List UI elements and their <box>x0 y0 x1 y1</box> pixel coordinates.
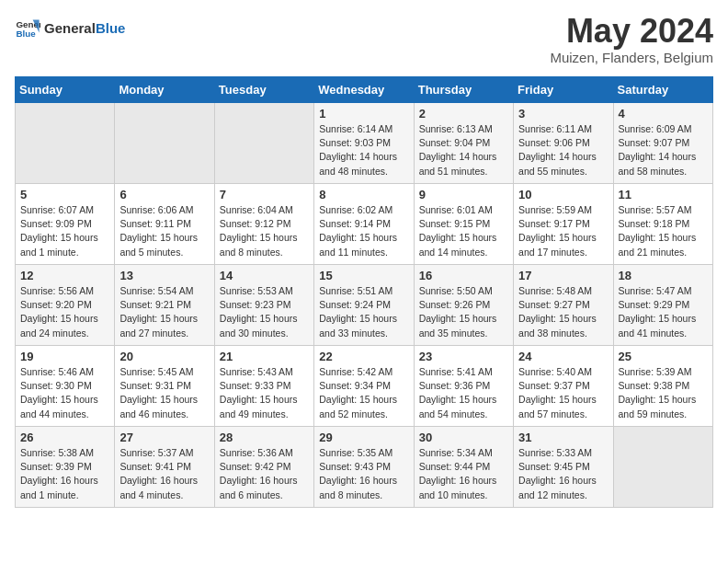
day-number: 7 <box>220 188 309 201</box>
day-number: 31 <box>518 431 608 444</box>
day-number: 21 <box>220 350 309 363</box>
calendar-cell: 29Sunrise: 5:35 AM Sunset: 9:43 PM Dayli… <box>314 427 414 508</box>
day-number: 11 <box>619 188 708 201</box>
calendar-cell: 5Sunrise: 6:07 AM Sunset: 9:09 PM Daylig… <box>16 184 115 265</box>
title-block: May 2024 Muizen, Flanders, Belgium <box>550 15 713 65</box>
day-number: 19 <box>20 350 109 363</box>
day-info: Sunrise: 6:13 AM Sunset: 9:04 PM Dayligh… <box>419 122 508 178</box>
calendar-cell: 2Sunrise: 6:13 AM Sunset: 9:04 PM Daylig… <box>414 103 513 184</box>
calendar-cell <box>214 103 313 184</box>
day-info: Sunrise: 6:06 AM Sunset: 9:11 PM Dayligh… <box>119 203 209 259</box>
day-info: Sunrise: 6:02 AM Sunset: 9:14 PM Dayligh… <box>319 203 408 259</box>
day-info: Sunrise: 6:11 AM Sunset: 9:06 PM Dayligh… <box>518 122 608 178</box>
calendar-cell: 21Sunrise: 5:43 AM Sunset: 9:33 PM Dayli… <box>214 346 313 427</box>
calendar-cell: 16Sunrise: 5:50 AM Sunset: 9:26 PM Dayli… <box>414 265 513 346</box>
day-info: Sunrise: 5:33 AM Sunset: 9:45 PM Dayligh… <box>518 446 608 502</box>
day-info: Sunrise: 6:04 AM Sunset: 9:12 PM Dayligh… <box>220 203 309 259</box>
day-info: Sunrise: 5:47 AM Sunset: 9:29 PM Dayligh… <box>619 284 708 340</box>
calendar-cell: 13Sunrise: 5:54 AM Sunset: 9:21 PM Dayli… <box>115 265 214 346</box>
calendar-cell: 4Sunrise: 6:09 AM Sunset: 9:07 PM Daylig… <box>613 103 712 184</box>
calendar-cell: 22Sunrise: 5:42 AM Sunset: 9:34 PM Dayli… <box>314 346 414 427</box>
calendar-cell: 23Sunrise: 5:41 AM Sunset: 9:36 PM Dayli… <box>414 346 513 427</box>
day-number: 27 <box>119 431 209 444</box>
day-info: Sunrise: 5:41 AM Sunset: 9:36 PM Dayligh… <box>419 365 508 421</box>
calendar-cell: 6Sunrise: 6:06 AM Sunset: 9:11 PM Daylig… <box>115 184 214 265</box>
calendar-cell: 28Sunrise: 5:36 AM Sunset: 9:42 PM Dayli… <box>214 427 313 508</box>
calendar-cell: 12Sunrise: 5:56 AM Sunset: 9:20 PM Dayli… <box>16 265 115 346</box>
day-number: 10 <box>518 188 608 201</box>
day-number: 16 <box>419 269 508 282</box>
calendar-table: Sunday Monday Tuesday Wednesday Thursday… <box>15 76 713 508</box>
day-info: Sunrise: 5:43 AM Sunset: 9:33 PM Dayligh… <box>220 365 309 421</box>
day-number: 6 <box>119 188 209 201</box>
calendar-cell: 1Sunrise: 6:14 AM Sunset: 9:03 PM Daylig… <box>314 103 414 184</box>
calendar-cell: 25Sunrise: 5:39 AM Sunset: 9:38 PM Dayli… <box>613 346 712 427</box>
day-info: Sunrise: 5:54 AM Sunset: 9:21 PM Dayligh… <box>119 284 209 340</box>
calendar-cell <box>613 427 712 508</box>
calendar-cell: 31Sunrise: 5:33 AM Sunset: 9:45 PM Dayli… <box>514 427 613 508</box>
header-sunday: Sunday <box>16 77 115 103</box>
day-info: Sunrise: 5:42 AM Sunset: 9:34 PM Dayligh… <box>319 365 408 421</box>
day-number: 14 <box>220 269 309 282</box>
day-info: Sunrise: 5:37 AM Sunset: 9:41 PM Dayligh… <box>119 446 209 502</box>
day-info: Sunrise: 6:07 AM Sunset: 9:09 PM Dayligh… <box>20 203 109 259</box>
day-number: 4 <box>619 107 708 121</box>
day-number: 3 <box>518 107 608 121</box>
logo-text: GeneralBlue <box>44 20 125 36</box>
header-monday: Monday <box>115 77 214 103</box>
calendar-cell: 17Sunrise: 5:48 AM Sunset: 9:27 PM Dayli… <box>514 265 613 346</box>
header-tuesday: Tuesday <box>214 77 313 103</box>
day-info: Sunrise: 5:38 AM Sunset: 9:39 PM Dayligh… <box>20 446 109 502</box>
header-wednesday: Wednesday <box>314 77 414 103</box>
day-info: Sunrise: 5:35 AM Sunset: 9:43 PM Dayligh… <box>319 446 408 502</box>
calendar-cell: 30Sunrise: 5:34 AM Sunset: 9:44 PM Dayli… <box>414 427 513 508</box>
day-number: 8 <box>319 188 408 201</box>
day-info: Sunrise: 6:14 AM Sunset: 9:03 PM Dayligh… <box>319 122 408 178</box>
logo-icon: General Blue <box>15 15 40 40</box>
day-info: Sunrise: 6:01 AM Sunset: 9:15 PM Dayligh… <box>419 203 508 259</box>
day-number: 30 <box>419 431 508 444</box>
day-number: 23 <box>419 350 508 363</box>
page-header: General Blue GeneralBlue May 2024 Muizen… <box>15 15 713 65</box>
calendar-cell: 9Sunrise: 6:01 AM Sunset: 9:15 PM Daylig… <box>414 184 513 265</box>
location: Muizen, Flanders, Belgium <box>550 50 713 65</box>
day-info: Sunrise: 5:57 AM Sunset: 9:18 PM Dayligh… <box>619 203 708 259</box>
day-number: 29 <box>319 431 408 444</box>
logo: General Blue GeneralBlue <box>15 15 125 40</box>
calendar-header: Sunday Monday Tuesday Wednesday Thursday… <box>16 77 713 103</box>
calendar-cell: 18Sunrise: 5:47 AM Sunset: 9:29 PM Dayli… <box>613 265 712 346</box>
day-info: Sunrise: 5:36 AM Sunset: 9:42 PM Dayligh… <box>220 446 309 502</box>
calendar-cell: 27Sunrise: 5:37 AM Sunset: 9:41 PM Dayli… <box>115 427 214 508</box>
day-number: 22 <box>319 350 408 363</box>
calendar-cell: 10Sunrise: 5:59 AM Sunset: 9:17 PM Dayli… <box>514 184 613 265</box>
calendar-cell: 14Sunrise: 5:53 AM Sunset: 9:23 PM Dayli… <box>214 265 313 346</box>
day-number: 17 <box>518 269 608 282</box>
day-number: 2 <box>419 107 508 121</box>
day-number: 9 <box>419 188 508 201</box>
day-number: 25 <box>619 350 708 363</box>
day-number: 15 <box>319 269 408 282</box>
header-thursday: Thursday <box>414 77 513 103</box>
calendar-body: 1Sunrise: 6:14 AM Sunset: 9:03 PM Daylig… <box>16 103 713 508</box>
calendar-week-3: 19Sunrise: 5:46 AM Sunset: 9:30 PM Dayli… <box>16 346 713 427</box>
calendar-cell: 7Sunrise: 6:04 AM Sunset: 9:12 PM Daylig… <box>214 184 313 265</box>
day-info: Sunrise: 5:51 AM Sunset: 9:24 PM Dayligh… <box>319 284 408 340</box>
calendar-cell: 15Sunrise: 5:51 AM Sunset: 9:24 PM Dayli… <box>314 265 414 346</box>
day-info: Sunrise: 5:46 AM Sunset: 9:30 PM Dayligh… <box>20 365 109 421</box>
day-info: Sunrise: 5:56 AM Sunset: 9:20 PM Dayligh… <box>20 284 109 340</box>
calendar-week-2: 12Sunrise: 5:56 AM Sunset: 9:20 PM Dayli… <box>16 265 713 346</box>
day-number: 18 <box>619 269 708 282</box>
calendar-cell <box>16 103 115 184</box>
day-info: Sunrise: 5:59 AM Sunset: 9:17 PM Dayligh… <box>518 203 608 259</box>
day-number: 5 <box>20 188 109 201</box>
header-friday: Friday <box>514 77 613 103</box>
day-info: Sunrise: 5:40 AM Sunset: 9:37 PM Dayligh… <box>518 365 608 421</box>
calendar-cell: 11Sunrise: 5:57 AM Sunset: 9:18 PM Dayli… <box>613 184 712 265</box>
month-title: May 2024 <box>550 15 713 48</box>
header-saturday: Saturday <box>613 77 712 103</box>
day-info: Sunrise: 6:09 AM Sunset: 9:07 PM Dayligh… <box>619 122 708 178</box>
day-number: 12 <box>20 269 109 282</box>
calendar-week-1: 5Sunrise: 6:07 AM Sunset: 9:09 PM Daylig… <box>16 184 713 265</box>
header-row: Sunday Monday Tuesday Wednesday Thursday… <box>16 77 713 103</box>
day-info: Sunrise: 5:53 AM Sunset: 9:23 PM Dayligh… <box>220 284 309 340</box>
